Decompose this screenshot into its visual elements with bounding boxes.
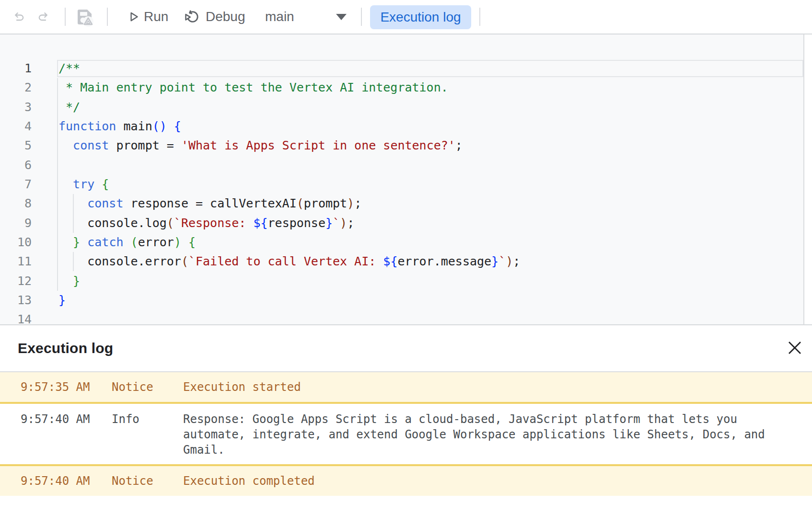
log-message: Execution started (183, 379, 774, 395)
log-severity: Notice (112, 473, 183, 489)
execution-log-panel: Execution log 9:57:35 AMNoticeExecution … (0, 325, 812, 526)
code-line[interactable]: 3 */ (0, 98, 803, 117)
toolbar-divider (107, 8, 108, 26)
line-number: 6 (0, 156, 32, 175)
undo-icon (12, 10, 26, 23)
redo-icon (36, 10, 50, 23)
code-line[interactable]: 5 const prompt = 'What is Apps Script in… (0, 136, 803, 155)
code-line[interactable]: 9 console.log(`Response: ${response}`); (0, 214, 803, 233)
execution-log-button-label: Execution log (380, 10, 461, 25)
code-line[interactable]: 8 const response = callVertexAI(prompt); (0, 194, 803, 213)
code-line[interactable]: 6 (0, 156, 803, 175)
undo-button[interactable] (12, 10, 26, 23)
code-line[interactable]: 13} (0, 291, 803, 310)
run-button[interactable]: Run (126, 0, 174, 34)
debug-label: Debug (206, 9, 245, 24)
save-status-button[interactable] (74, 6, 95, 28)
log-message: Response: Google Apps Script is a cloud-… (183, 412, 774, 457)
line-number: 14 (0, 310, 32, 324)
log-entry: 9:57:40 AMNoticeExecution completed (0, 464, 812, 496)
log-timestamp: 9:57:40 AM (21, 412, 112, 457)
line-number: 13 (0, 291, 32, 310)
log-timestamp: 9:57:40 AM (21, 473, 112, 489)
toolbar: Run Debug main Execution log (0, 0, 812, 34)
code-line[interactable]: 10 } catch (error) { (0, 233, 803, 252)
line-number: 4 (0, 117, 32, 136)
close-log-button[interactable] (785, 339, 804, 358)
redo-button[interactable] (36, 10, 50, 23)
toolbar-divider (65, 8, 66, 26)
run-label: Run (144, 9, 168, 24)
line-number: 3 (0, 98, 32, 117)
save-status-icon (74, 6, 95, 28)
line-number: 12 (0, 272, 32, 291)
line-number: 2 (0, 78, 32, 97)
code-line[interactable]: 14 (0, 310, 803, 324)
code-line[interactable]: 1/** (0, 59, 803, 78)
toolbar-divider (361, 8, 362, 26)
log-timestamp: 9:57:35 AM (21, 379, 112, 395)
debug-icon (184, 9, 200, 25)
line-number: 10 (0, 233, 32, 252)
log-entry: 9:57:35 AMNoticeExecution started (0, 372, 812, 402)
play-icon (128, 11, 140, 23)
execution-log-title: Execution log (18, 340, 113, 356)
code-line[interactable]: 4function main() { (0, 117, 803, 136)
toolbar-divider (479, 8, 480, 26)
line-number: 1 (0, 59, 32, 78)
log-severity: Info (112, 412, 183, 457)
log-entries: 9:57:35 AMNoticeExecution started9:57:40… (0, 372, 812, 496)
log-message: Execution completed (183, 473, 774, 489)
line-number: 5 (0, 136, 32, 155)
line-number: 9 (0, 214, 32, 233)
function-selector-dropdown[interactable]: main (259, 4, 355, 30)
code-line[interactable]: 2 * Main entry point to test the Vertex … (0, 78, 803, 97)
debug-button[interactable]: Debug (183, 0, 250, 34)
code-line[interactable]: 7 try { (0, 175, 803, 194)
code-line[interactable]: 11 console.error(`Failed to call Vertex … (0, 252, 803, 271)
code-editor[interactable]: 1/**2 * Main entry point to test the Ver… (0, 34, 812, 324)
line-number: 7 (0, 175, 32, 194)
function-selector-value: main (265, 9, 294, 24)
code-line[interactable]: 12 } (0, 272, 803, 291)
line-number: 11 (0, 252, 32, 271)
execution-log-header: Execution log (0, 325, 812, 372)
close-icon (788, 341, 802, 355)
editor-scrollbar[interactable] (803, 34, 812, 324)
execution-log-button[interactable]: Execution log (370, 5, 471, 29)
log-severity: Notice (112, 379, 183, 395)
line-number: 8 (0, 194, 32, 213)
code-lines: 1/**2 * Main entry point to test the Ver… (0, 59, 803, 324)
caret-down-icon (336, 14, 347, 21)
apps-script-ide: Run Debug main Execution log 1/**2 (0, 0, 812, 526)
log-entry: 9:57:40 AMInfoResponse: Google Apps Scri… (0, 402, 812, 464)
